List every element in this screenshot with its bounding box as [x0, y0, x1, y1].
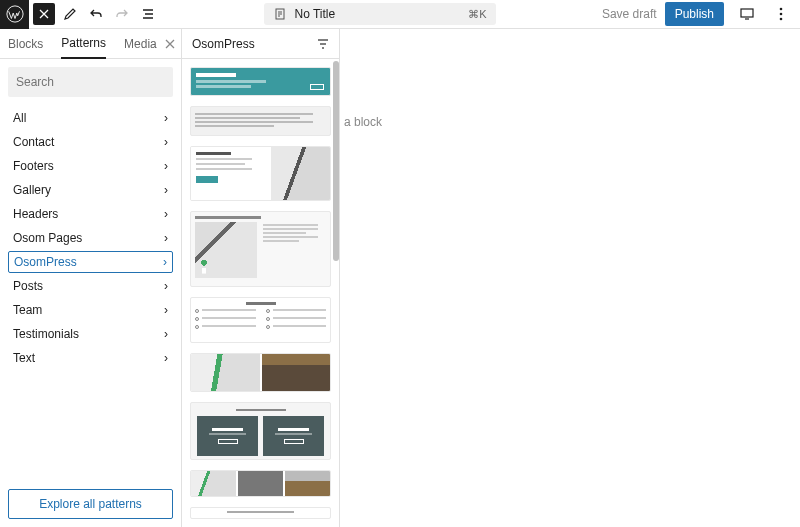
filter-icon[interactable]	[317, 38, 329, 50]
canvas-placeholder-text: a block	[344, 115, 382, 129]
command-shortcut: ⌘K	[468, 8, 486, 21]
pattern-thumbnail[interactable]	[190, 106, 331, 135]
category-gallery[interactable]: Gallery›	[8, 179, 173, 201]
pattern-thumbnail[interactable]	[190, 507, 331, 519]
svg-point-4	[780, 13, 783, 16]
tab-blocks[interactable]: Blocks	[8, 29, 43, 58]
publish-button[interactable]: Publish	[665, 2, 724, 26]
chevron-right-icon: ›	[164, 111, 168, 125]
search-input-wrapper[interactable]	[8, 67, 173, 97]
scrollbar[interactable]	[333, 61, 339, 261]
category-testimonials[interactable]: Testimonials›	[8, 323, 173, 345]
edit-tool-button[interactable]	[59, 3, 81, 25]
wordpress-logo[interactable]	[0, 0, 29, 29]
category-contact[interactable]: Contact›	[8, 131, 173, 153]
chevron-right-icon: ›	[164, 135, 168, 149]
svg-point-3	[780, 8, 783, 11]
category-osom-pages[interactable]: Osom Pages›	[8, 227, 173, 249]
more-options-button[interactable]	[770, 3, 792, 25]
category-text[interactable]: Text›	[8, 347, 173, 369]
page-icon	[274, 8, 286, 20]
svg-rect-2	[741, 9, 753, 17]
document-title-bar[interactable]: No Title ⌘K	[264, 3, 496, 25]
chevron-right-icon: ›	[164, 183, 168, 197]
category-team[interactable]: Team›	[8, 299, 173, 321]
tab-media[interactable]: Media	[124, 29, 157, 58]
pattern-thumbnail[interactable]	[190, 146, 331, 202]
svg-point-5	[780, 18, 783, 21]
category-headers[interactable]: Headers›	[8, 203, 173, 225]
pattern-thumbnail[interactable]	[190, 297, 331, 344]
redo-button	[111, 3, 133, 25]
explore-all-patterns-button[interactable]: Explore all patterns	[8, 489, 173, 519]
chevron-right-icon: ›	[164, 303, 168, 317]
chevron-right-icon: ›	[164, 279, 168, 293]
pattern-panel-title: OsomPress	[192, 37, 255, 51]
undo-button[interactable]	[85, 3, 107, 25]
pattern-thumbnail[interactable]	[190, 67, 331, 96]
category-osompress[interactable]: OsomPress›	[8, 251, 173, 273]
close-inserter-button[interactable]	[33, 3, 55, 25]
chevron-right-icon: ›	[163, 255, 167, 269]
search-input[interactable]	[16, 75, 166, 89]
pattern-thumbnail[interactable]	[190, 353, 331, 392]
chevron-right-icon: ›	[164, 207, 168, 221]
pattern-thumbnail[interactable]	[190, 211, 331, 286]
document-overview-button[interactable]	[137, 3, 159, 25]
chevron-right-icon: ›	[164, 351, 168, 365]
close-panel-button[interactable]	[165, 39, 175, 49]
document-title: No Title	[294, 7, 335, 21]
category-all[interactable]: All›	[8, 107, 173, 129]
pattern-thumbnail[interactable]	[190, 470, 331, 497]
category-posts[interactable]: Posts›	[8, 275, 173, 297]
category-footers[interactable]: Footers›	[8, 155, 173, 177]
tab-patterns[interactable]: Patterns	[61, 30, 106, 59]
chevron-right-icon: ›	[164, 327, 168, 341]
editor-canvas[interactable]: a block	[340, 29, 800, 527]
pattern-thumbnail[interactable]	[190, 402, 331, 460]
view-button[interactable]	[736, 3, 758, 25]
chevron-right-icon: ›	[164, 231, 168, 245]
chevron-right-icon: ›	[164, 159, 168, 173]
save-draft-button[interactable]: Save draft	[602, 7, 657, 21]
